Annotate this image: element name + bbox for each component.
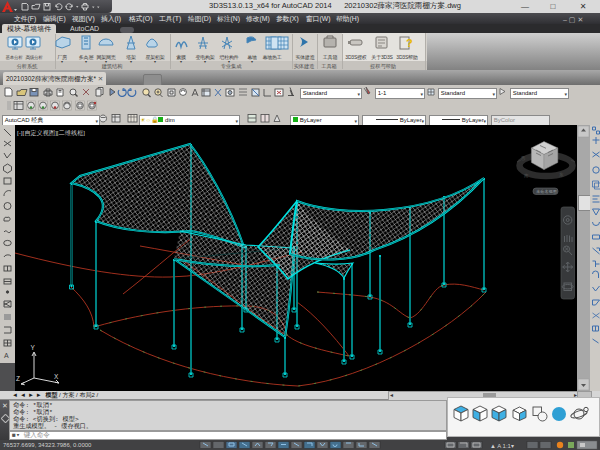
svg-text:X: X <box>54 373 59 380</box>
svg-text:授权与帮助: 授权与帮助 <box>370 63 396 70</box>
svg-text:工具(T): 工具(T) <box>159 15 181 23</box>
svg-text:实体建造: 实体建造 <box>294 63 315 70</box>
svg-text:插入(I): 插入(I) <box>101 15 121 23</box>
svg-text:文件(F): 文件(F) <box>14 15 36 23</box>
svg-text:视图(V): 视图(V) <box>72 15 95 23</box>
svg-text:参数(X): 参数(X) <box>276 15 299 23</box>
svg-text:西: 西 <box>521 155 526 161</box>
svg-text:关于3D3S: 关于3D3S <box>371 54 393 60</box>
svg-text:▾: ▾ <box>130 59 132 64</box>
svg-text:?: ? <box>406 37 413 49</box>
svg-text:实体建造: 实体建造 <box>295 54 314 61</box>
svg-text:▲ A 1:1▾: ▲ A 1:1▾ <box>490 443 514 449</box>
svg-text:Y: Y <box>31 344 36 351</box>
svg-text:南: 南 <box>524 173 529 178</box>
svg-text:[-][自定义视图][二维线框]: [-][自定义视图][二维线框] <box>17 129 85 137</box>
svg-text:基本分析: 基本分析 <box>5 55 23 60</box>
svg-text:修改(M): 修改(M) <box>246 15 270 23</box>
svg-text:编辑(E): 编辑(E) <box>43 15 66 23</box>
svg-text:格式(O): 格式(O) <box>128 15 152 23</box>
svg-text:▾: ▾ <box>204 59 206 64</box>
svg-text:▾: ▾ <box>154 59 156 64</box>
svg-text:未命名视图: 未命名视图 <box>536 189 557 194</box>
svg-text:▾: ▾ <box>61 59 63 64</box>
svg-text:▾: ▾ <box>180 59 182 64</box>
svg-text:东: 东 <box>559 172 564 177</box>
svg-text:窗口(W): 窗口(W) <box>306 15 331 23</box>
svg-text:3D3S授权: 3D3S授权 <box>345 54 367 61</box>
svg-text:建筑结构: 建筑结构 <box>101 63 123 70</box>
svg-text:3D3S帮助: 3D3S帮助 <box>396 54 418 61</box>
svg-text:▾: ▾ <box>251 59 253 64</box>
svg-text:▾: ▾ <box>85 59 87 64</box>
svg-text:标注(N): 标注(N) <box>216 15 240 23</box>
svg-text:工具箱: 工具箱 <box>323 54 338 60</box>
svg-text:幕墙热工: 幕墙热工 <box>262 54 281 60</box>
svg-text:分析系统: 分析系统 <box>17 63 39 70</box>
svg-text:高级分析: 高级分析 <box>25 55 43 60</box>
svg-text:绘图(D): 绘图(D) <box>188 15 211 23</box>
svg-text:A: A <box>4 352 9 359</box>
svg-text:帮助(H): 帮助(H) <box>336 15 359 23</box>
svg-text:Z: Z <box>16 375 20 382</box>
svg-text:专业集成: 专业集成 <box>221 63 243 69</box>
svg-text:工具箱: 工具箱 <box>321 63 337 69</box>
